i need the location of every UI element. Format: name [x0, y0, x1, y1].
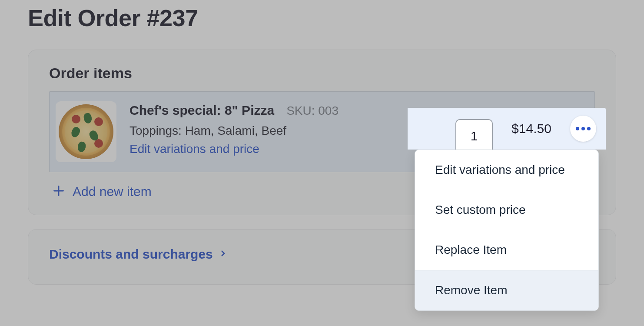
add-new-item-label: Add new item [73, 184, 152, 199]
more-icon [587, 127, 591, 130]
discounts-label: Discounts and surcharges [49, 247, 213, 262]
menu-set-custom-price[interactable]: Set custom price [415, 190, 598, 230]
quantity-input[interactable]: 1 [455, 119, 493, 150]
item-more-button[interactable] [570, 116, 596, 142]
item-name: Chef's special: 8" Pizza [129, 103, 274, 118]
menu-remove-item[interactable]: Remove Item [415, 270, 598, 310]
chevron-right-icon [219, 248, 227, 261]
page-title: Edit Order #237 [28, 4, 616, 31]
item-toppings: Toppings: Ham, Salami, Beef [129, 124, 428, 138]
more-icon [581, 127, 585, 130]
popover-header-strip: 1 $14.50 [408, 108, 606, 150]
menu-edit-variations[interactable]: Edit variations and price [415, 150, 598, 190]
item-price: $14.50 [511, 121, 551, 136]
order-items-title: Order items [49, 65, 595, 82]
item-thumbnail [56, 101, 116, 162]
more-icon [576, 127, 579, 130]
item-sku: SKU: 003 [286, 104, 339, 118]
item-actions-menu: Edit variations and price Set custom pri… [415, 150, 599, 311]
menu-replace-item[interactable]: Replace Item [415, 230, 598, 270]
edit-variations-link[interactable]: Edit variations and price [129, 142, 428, 156]
pizza-icon [59, 104, 113, 159]
item-actions-popover: 1 $14.50 Edit variations and price Set c… [408, 108, 606, 311]
plus-icon [53, 184, 65, 199]
